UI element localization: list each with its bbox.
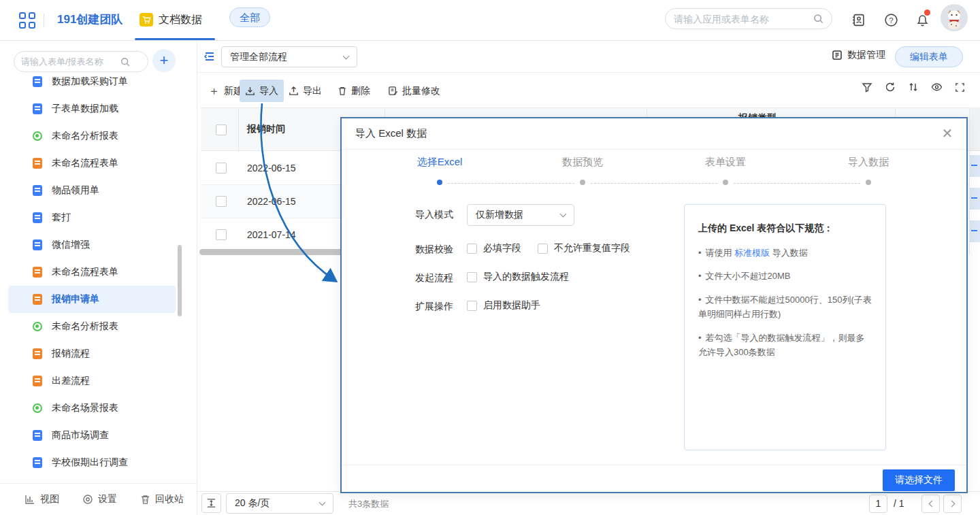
import-button[interactable]: 导入 [240,80,284,102]
checkbox-label: 必填字段 [483,242,521,254]
next-page-button[interactable] [943,495,962,513]
edit-form-button[interactable]: 编辑表单 [895,46,963,67]
bottom-bar: 20 条/页 共3条数据 1 / 1 [197,491,980,515]
column-header-time: 报销时间 [247,123,285,135]
checkbox[interactable] [538,244,548,254]
delete-button[interactable]: 删除 [332,80,376,102]
recycle-bin-button[interactable]: 回收站 [140,493,184,505]
sidebar-item[interactable]: 子表单数据加载 [8,95,176,122]
close-icon[interactable]: ✕ [939,125,956,142]
sidebar-item[interactable]: 物品领用单 [8,177,176,204]
sidebar-item[interactable]: 未命名场景报表 [8,395,176,422]
collapse-sidebar-icon[interactable] [203,50,216,65]
recycle-bin-label: 回收站 [155,493,184,505]
cell-time: 2022-06-15 [247,163,296,173]
required-fields-checkbox[interactable]: 必填字段 [467,242,521,254]
form-icon [33,430,42,441]
page-size-select[interactable]: 20 条/页 [226,493,333,514]
rule-item: •文件中数据不能超过50000行、150列(子表单明细同样占用行数) [698,293,872,322]
flow-permission-select[interactable]: 管理全部流程 [221,46,357,67]
flow-select-value: 管理全部流程 [230,51,287,63]
trash-icon [338,86,347,96]
visibility-icon[interactable] [931,82,943,93]
sidebar-search[interactable] [14,51,148,72]
step-label: 数据预览 [511,156,654,169]
sidebar-item[interactable]: 出差流程 [8,367,176,395]
export-button[interactable]: 导出 [283,80,327,102]
row-checkbox[interactable] [216,163,227,173]
user-avatar[interactable] [941,4,968,31]
data-manage-icon [832,50,843,61]
import-icon [245,86,255,96]
rules-title: 上传的 Excel 表符合以下规范： [698,222,872,235]
sidebar-item[interactable]: 未命名分析报表 [8,313,176,340]
refresh-icon[interactable] [885,82,896,93]
sidebar-item-selected[interactable]: 报销申请单 [8,286,176,313]
step-dot [580,180,585,185]
select-all-checkbox[interactable] [216,124,227,135]
tab-all-pill[interactable]: 全部 [229,7,270,27]
row-height-button[interactable] [201,493,221,513]
notifications-icon[interactable] [913,11,931,29]
choose-file-button[interactable]: 请选择文件 [883,469,955,491]
sidebar-item[interactable]: 报销流程 [8,340,176,367]
sidebar-item-label: 报销流程 [52,348,90,360]
rule-item: •文件大小不超过20MB [698,269,872,283]
checkbox[interactable] [467,244,477,254]
sidebar-scrollbar[interactable] [178,245,182,316]
fullscreen-icon[interactable] [955,82,965,93]
global-search-input[interactable] [674,14,808,24]
data-manage-button[interactable]: 数据管理 [832,49,885,61]
report-icon [33,322,42,331]
trigger-flow-checkbox[interactable]: 导入的数据触发流程 [467,271,569,283]
sidebar-item[interactable]: 未命名流程表单 [8,259,176,286]
sidebar-item[interactable]: 商品市场调查 [8,422,176,449]
sidebar-item[interactable]: 微信增强 [8,231,176,259]
filter-icon[interactable] [862,82,872,93]
sidebar-item[interactable]: 数据加载采购订单 [8,76,176,95]
standard-template-link[interactable]: 标准模版 [734,248,770,258]
apps-grid-icon[interactable] [19,12,35,29]
no-duplicate-checkbox[interactable]: 不允许重复值字段 [538,242,630,254]
global-search[interactable] [665,8,832,29]
tab-document-data[interactable]: 文档数据 [140,0,202,39]
page-number-input[interactable]: 1 [869,495,887,513]
batch-edit-button[interactable]: 批量修改 [382,80,446,102]
export-icon [289,86,299,96]
checkbox[interactable] [467,272,477,282]
row-checkbox[interactable] [216,196,227,207]
team-name[interactable]: 191创建团队 [57,12,122,27]
import-mode-select[interactable]: 仅新增数据 [467,204,574,226]
data-manage-label: 数据管理 [847,49,885,61]
sidebar-item-label: 套打 [52,212,71,224]
checkbox-label: 导入的数据触发流程 [483,271,569,283]
step-select-excel: 选择Excel [368,156,511,197]
add-form-button[interactable]: + [152,49,176,72]
horizontal-scrollbar[interactable] [199,249,344,255]
sidebar-item[interactable]: 套打 [8,204,176,231]
sidebar-item[interactable]: 学校假期出行调查 [8,449,176,476]
sidebar-item-label: 出差流程 [52,375,90,387]
content-header: 管理全部流程 数据管理 编辑表单 [197,41,980,73]
settings-button[interactable]: 设置 [82,493,117,505]
contacts-icon[interactable] [849,11,867,29]
checkbox-label: 不允许重复值字段 [554,242,630,254]
chevron-down-icon [560,211,567,218]
data-toolbar: ＋ 新建 导入 导出 删除 批量修改 [197,73,980,107]
sidebar-item[interactable] [8,476,176,480]
table-edge-sliver [969,107,980,254]
help-icon[interactable]: ? [882,11,900,29]
sidebar-item-label: 未命名流程表单 [52,266,118,278]
checkbox[interactable] [467,301,477,311]
row-checkbox[interactable] [216,229,227,240]
sidebar-item[interactable]: 未命名流程表单 [8,150,176,177]
sidebar-search-input[interactable] [21,56,116,67]
notification-badge [924,10,930,16]
sidebar-item[interactable]: 未命名分析报表 [8,122,176,150]
views-button[interactable]: 视图 [24,493,59,505]
flow-label: 发起流程 [415,272,453,284]
data-assistant-checkbox[interactable]: 启用数据助手 [467,299,540,312]
sort-icon[interactable] [908,82,919,93]
report-icon [33,403,42,413]
prev-page-button[interactable] [921,495,940,513]
